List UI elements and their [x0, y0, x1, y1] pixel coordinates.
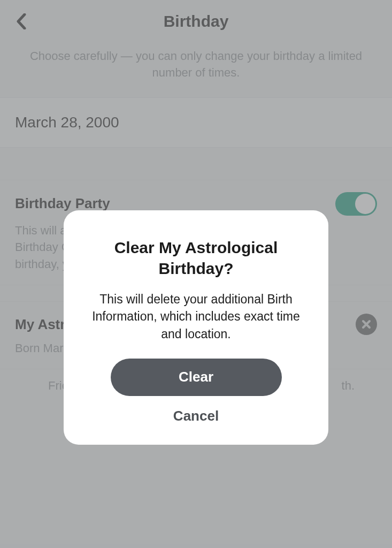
clear-astro-dialog: Clear My Astrological Birthday? This wil… [64, 210, 328, 445]
cancel-button[interactable]: Cancel [173, 408, 219, 424]
dialog-title: Clear My Astrological Birthday? [84, 237, 308, 279]
birthday-settings-screen: Birthday Choose carefully — you can only… [0, 0, 392, 548]
modal-overlay[interactable]: Clear My Astrological Birthday? This wil… [0, 0, 392, 548]
clear-button[interactable]: Clear [111, 359, 282, 396]
dialog-body: This will delete your additional Birth I… [84, 291, 308, 342]
